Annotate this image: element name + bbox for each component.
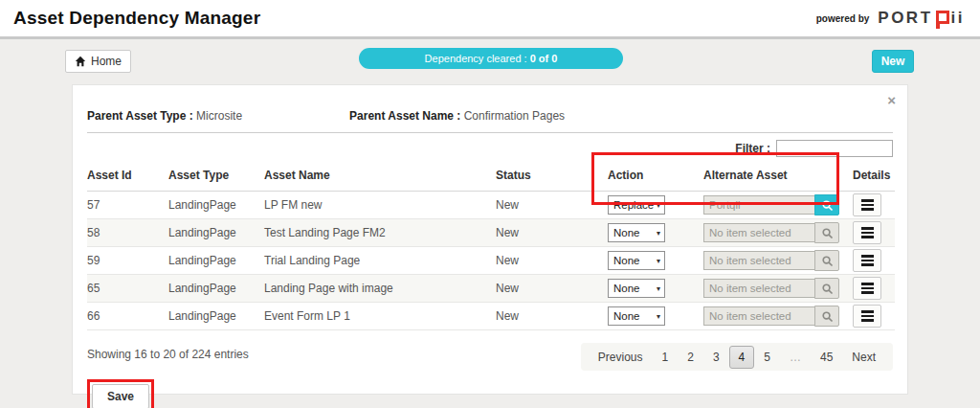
caret-down-icon: ▾: [657, 229, 660, 238]
caret-down-icon: ▾: [657, 312, 660, 321]
hamburger-icon: [861, 227, 874, 230]
alternate-asset-input: [703, 279, 814, 298]
table-row: 57LandingPageLP FM newNewReplace▾: [87, 192, 895, 219]
asset-table: Asset Id Asset Type Asset Name Status Ac…: [87, 161, 895, 330]
search-icon: [821, 283, 834, 295]
pagination: Previous 1 2 3 4 5 … 45 Next: [581, 343, 893, 371]
table-footer: Showing 16 to 20 of 224 entries Previous…: [87, 343, 893, 371]
pagination-previous[interactable]: Previous: [589, 347, 653, 368]
col-header-status: Status: [496, 161, 608, 192]
cell-asset-type: LandingPage: [168, 219, 264, 247]
cell-asset-name: Test Landing Page FM2: [264, 219, 496, 247]
pagination-page-5[interactable]: 5: [754, 347, 780, 368]
pagination-ellipsis: …: [780, 347, 811, 368]
alternate-asset-input: [703, 306, 814, 326]
filter-input[interactable]: [776, 140, 893, 157]
toolbar: Home Dependency cleared : 0 of 0 New: [0, 48, 980, 80]
home-label: Home: [91, 55, 122, 68]
parent-asset-type: Parent Asset Type : Microsite: [87, 109, 242, 123]
alternate-asset-input: [703, 223, 814, 242]
details-button[interactable]: [853, 249, 881, 272]
divider: [87, 132, 893, 133]
pagination-page-2[interactable]: 2: [678, 347, 703, 368]
pagination-page-45[interactable]: 45: [811, 347, 842, 368]
cell-asset-type: LandingPage: [168, 303, 264, 330]
cell-status: New: [496, 219, 608, 247]
top-bar: Asset Dependency Manager powered by PORT…: [0, 0, 980, 39]
details-button[interactable]: [853, 193, 881, 216]
pagination-page-4-current[interactable]: 4: [729, 346, 755, 369]
filter-label: Filter :: [735, 142, 770, 155]
hamburger-icon: [861, 199, 874, 202]
home-button[interactable]: Home: [65, 50, 131, 73]
portqii-q-icon: [936, 11, 949, 24]
cell-status: New: [496, 303, 608, 330]
table-row: 65LandingPageLanding Page with imageNewN…: [87, 275, 895, 303]
action-select[interactable]: None▾: [608, 251, 665, 270]
table-header-row: Asset Id Asset Type Asset Name Status Ac…: [87, 161, 895, 192]
alternate-asset-input[interactable]: [703, 195, 814, 215]
cell-asset-name: Event Form LP 1: [264, 303, 496, 330]
caret-down-icon: ▾: [657, 257, 660, 265]
parent-asset-info: Parent Asset Type : Microsite Parent Ass…: [87, 109, 893, 123]
action-select[interactable]: None▾: [608, 306, 665, 326]
cell-asset-type: LandingPage: [168, 192, 264, 219]
pagination-page-3[interactable]: 3: [703, 347, 729, 368]
table-row: 58LandingPageTest Landing Page FM2NewNon…: [87, 219, 895, 247]
cell-asset-id: 58: [87, 219, 168, 247]
cell-asset-id: 65: [87, 275, 168, 303]
col-header-details: Details: [853, 161, 895, 192]
col-header-asset-type: Asset Type: [168, 161, 264, 192]
cell-asset-id: 66: [87, 303, 168, 330]
cell-status: New: [496, 247, 608, 275]
cell-asset-name: Landing Page with image: [264, 275, 496, 303]
search-icon: [821, 227, 834, 239]
caret-down-icon: ▾: [657, 284, 660, 293]
dependency-panel: × Parent Asset Type : Microsite Parent A…: [72, 84, 908, 395]
new-button[interactable]: New: [872, 50, 914, 73]
cell-asset-type: LandingPage: [168, 275, 264, 303]
save-highlight-box: Save: [87, 379, 154, 408]
search-icon: [821, 255, 834, 267]
col-header-asset-name: Asset Name: [264, 161, 496, 192]
portqii-logo: PORTii: [878, 9, 965, 28]
details-button[interactable]: [853, 305, 881, 328]
col-header-action: Action: [608, 161, 703, 192]
cell-asset-type: LandingPage: [168, 247, 264, 275]
table-row: 66LandingPageEvent Form LP 1NewNone▾: [87, 303, 895, 330]
asset-table-body: 57LandingPageLP FM newNewReplace▾58Landi…: [87, 192, 895, 330]
search-icon: [821, 199, 834, 212]
pagination-page-1[interactable]: 1: [653, 347, 679, 368]
search-icon: [821, 310, 834, 323]
cell-asset-id: 59: [87, 247, 168, 275]
col-header-asset-id: Asset Id: [87, 161, 168, 192]
details-button[interactable]: [853, 221, 881, 244]
cell-asset-id: 57: [87, 192, 168, 219]
alternate-asset-input: [703, 251, 814, 270]
dependency-status-badge: Dependency cleared : 0 of 0: [359, 48, 623, 69]
hamburger-icon: [861, 283, 874, 285]
save-button[interactable]: Save: [92, 384, 149, 408]
table-row: 59LandingPageTrial Landing PageNewNone▾: [87, 247, 895, 275]
action-select[interactable]: Replace▾: [608, 195, 665, 215]
showing-entries-text: Showing 16 to 20 of 224 entries: [87, 343, 249, 361]
search-button[interactable]: [814, 306, 839, 327]
close-icon[interactable]: ×: [887, 93, 896, 107]
col-header-alternate-asset: Alternate Asset: [703, 161, 853, 192]
action-select[interactable]: None▾: [608, 223, 665, 242]
caret-down-icon: ▾: [657, 201, 660, 210]
cell-asset-name: Trial Landing Page: [264, 247, 496, 275]
brand-logo: powered by PORTii: [816, 9, 965, 28]
hamburger-icon: [861, 310, 874, 313]
filter-row: Filter :: [87, 140, 893, 157]
search-button[interactable]: [814, 278, 839, 299]
powered-by-label: powered by: [816, 13, 870, 24]
search-button[interactable]: [814, 194, 839, 215]
page-title: Asset Dependency Manager: [13, 8, 260, 29]
action-select[interactable]: None▾: [608, 279, 665, 298]
home-icon: [75, 56, 86, 67]
pagination-next[interactable]: Next: [842, 347, 885, 368]
search-button[interactable]: [814, 222, 839, 243]
search-button[interactable]: [814, 250, 839, 271]
details-button[interactable]: [853, 277, 881, 300]
